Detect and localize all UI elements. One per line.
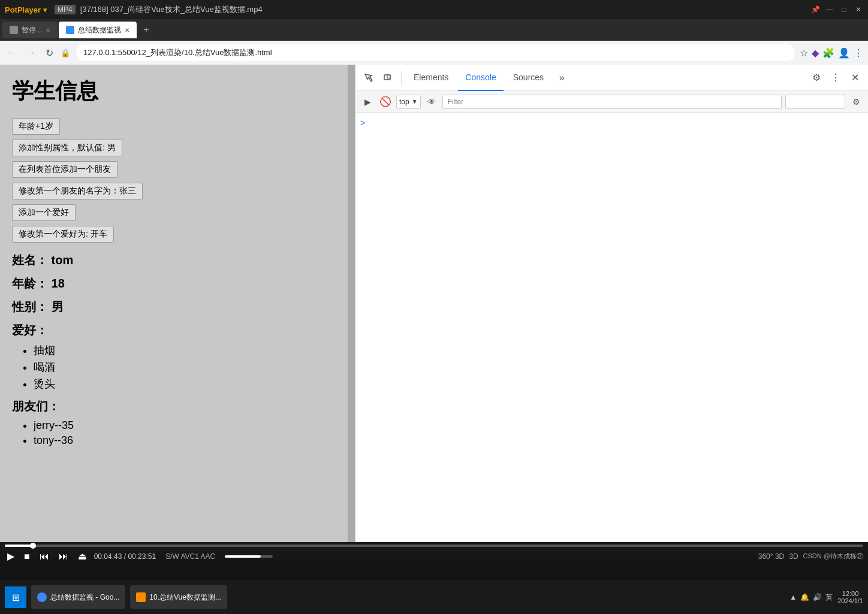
add-friend-button[interactable]: 在列表首位添加一个朋友 [12,161,117,178]
user-icon[interactable]: 👤 [838,47,850,59]
maximize-button[interactable]: □ [839,5,849,14]
taskbar-item-browser[interactable]: 总结数据监视 - Goo... [31,585,125,609]
list-item: tony--36 [34,434,343,447]
tab-close-1[interactable]: ✕ [46,27,50,34]
button-hobby-change: 修改第一个爱好为: 开车 [12,226,343,243]
extensions-icon[interactable]: 🧩 [822,47,834,59]
play-button[interactable]: ▶ [5,549,17,563]
clock-date: 2024/1/1 [837,597,863,604]
name-value: tom [52,253,74,267]
ban-icon[interactable]: 🚫 [378,95,393,109]
current-time: 00:04:43 [94,552,122,561]
system-icons: ▲ 🔔 🔊 英 [789,592,833,603]
devtools-actions: ⚙ ⋮ ✕ [808,69,863,86]
main-layout: 学生信息 年龄+1岁 添加性别属性，默认值: 男 在列表首位添加一个朋友 修改第… [0,65,868,580]
devtools-settings-icon[interactable]: ⚙ [808,69,825,86]
sys-tray-arrow[interactable]: ▲ [789,593,797,601]
webpage-area: 学生信息 年龄+1岁 添加性别属性，默认值: 男 在列表首位添加一个朋友 修改第… [0,65,355,580]
start-button[interactable]: ⊞ [5,586,26,608]
devtools-panel: Elements Console Sources » ⚙ ⋮ ✕ ▶ 🚫 top… [355,65,868,580]
resolution-info: 360° 3D [758,552,785,561]
scrollbar[interactable] [348,65,355,580]
new-tab-button[interactable]: + [138,22,155,38]
inspect-icon[interactable] [360,69,377,86]
window-controls: 📌 — □ ✕ [810,5,863,14]
age-button[interactable]: 年龄+1岁 [12,118,60,135]
add-gender-button[interactable]: 添加性别属性，默认值: 男 [12,140,122,156]
bookmark-icon[interactable]: ☆ [800,47,808,59]
stop-button[interactable]: ■ [22,550,32,563]
lang-icon[interactable]: 英 [825,592,833,603]
tab-bar: 暂停... ✕ 🌐 总结数据监视 ✕ + [0,19,868,41]
student-gender-line: 性别： 男 [12,299,343,315]
tab-close-2[interactable]: ✕ [125,27,129,34]
right-controls: 360° 3D 3D CSDN @待木成栋② [758,552,863,561]
taskbar-item-file[interactable]: 10.总结Vue数据监测... [130,585,227,609]
console-prompt[interactable]: > [360,118,365,128]
volume-bar[interactable] [225,555,273,558]
tab-console[interactable]: Console [458,65,503,91]
tab-elements[interactable]: Elements [406,65,456,91]
eject-button[interactable]: ⏏ [76,549,89,563]
app-name[interactable]: PotPlayer [5,5,41,14]
tab-label-1: 暂停... [22,25,42,35]
age-value: 18 [52,277,65,290]
devtools-close-icon[interactable]: ✕ [846,69,863,86]
list-item: jerry--35 [34,419,343,432]
app-dropdown[interactable]: ▾ [43,5,47,14]
tab-active[interactable]: 🌐 总结数据监视 ✕ [59,22,137,38]
console-bar: ▶ 🚫 top ▼ 👁 Default levels ▼ ⚙ [355,91,868,113]
devtools-menu-icon[interactable]: ⋮ [827,69,844,86]
reload-button[interactable]: ↻ [43,45,56,61]
rename-friend-button[interactable]: 修改第一个朋友的名字为：张三 [12,183,143,199]
device-icon[interactable] [379,69,396,86]
system-tray-icon[interactable]: 📌 [810,5,820,14]
eye-icon[interactable]: 👁 [424,95,439,109]
csdn-watermark: CSDN @待木成栋② [803,552,863,561]
console-filter-input[interactable] [442,95,782,109]
time-display: 00:04:43 / 00:23:51 [94,552,156,561]
taskbar-browser-icon [37,592,47,602]
tab-sources[interactable]: Sources [506,65,551,91]
taskbar-right: ▲ 🔔 🔊 英 12:00 2024/1/1 [789,590,863,604]
friends-list: jerry--35 tony--36 [12,419,343,447]
volume-icon[interactable]: 🔊 [813,593,822,601]
video-title: [37/168] 037_尚硅谷Vue技术_总结Vue监视数据.mp4 [80,4,263,15]
video-controls: ▶ ■ ⏮ ⏭ ⏏ 00:04:43 / 00:23:51 S/W AVC1 A… [0,542,868,580]
name-label: 姓名： [12,253,48,267]
context-selector[interactable]: top ▼ [396,95,421,109]
change-hobby-button[interactable]: 修改第一个爱好为: 开车 [12,226,114,243]
more-tabs-icon[interactable]: » [553,69,570,86]
forward-button[interactable]: → [24,45,38,61]
extension-icon[interactable]: ◆ [812,47,819,59]
next-button[interactable]: ⏭ [56,550,71,563]
3d-icon: 3D [789,552,798,561]
seek-bar[interactable] [5,545,863,547]
play-icon[interactable]: ▶ [360,95,375,109]
default-levels-selector[interactable]: Default levels ▼ [785,95,845,109]
add-hobby-button[interactable]: 添加一个爱好 [12,204,76,221]
page-title: 学生信息 [12,77,343,106]
taskbar-file-label: 10.总结Vue数据监测... [149,592,221,603]
format-badge: MP4 [55,5,76,14]
friends-label: 朋友们： [12,398,343,415]
gender-value: 男 [52,300,64,313]
back-button[interactable]: ← [5,45,19,61]
close-button[interactable]: ✕ [854,5,863,14]
nav-actions: ☆ ◆ 🧩 👤 ⋮ [800,47,863,59]
hobbies-list: 抽烟 喝酒 烫头 [12,343,343,391]
address-bar[interactable] [76,44,795,61]
title-bar: PotPlayer ▾ MP4 [37/168] 037_尚硅谷Vue技术_总结… [0,0,868,19]
notification-icon[interactable]: 🔔 [800,593,809,601]
toolbar-separator [401,71,402,85]
tab-paused[interactable]: 暂停... ✕ [2,22,58,38]
total-time: 00:23:51 [128,552,156,561]
button-rename: 修改第一个朋友的名字为：张三 [12,183,343,199]
list-item: 烫头 [34,377,343,391]
menu-icon[interactable]: ⋮ [854,47,863,59]
student-age-line: 年龄： 18 [12,276,343,292]
console-settings-icon[interactable]: ⚙ [849,95,863,109]
minimize-button[interactable]: — [825,5,834,14]
prev-button[interactable]: ⏮ [37,550,52,563]
taskbar-file-icon [136,592,146,602]
